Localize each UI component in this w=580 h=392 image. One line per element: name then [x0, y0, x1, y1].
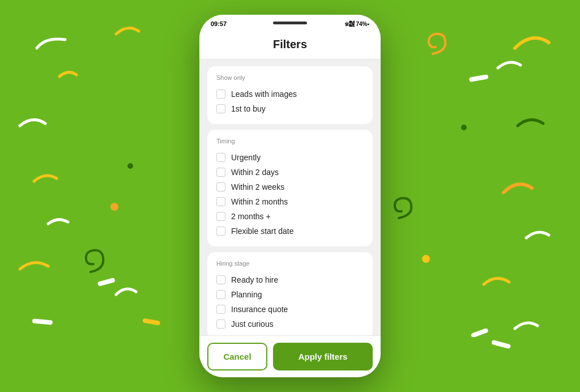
svg-rect-1 [142, 318, 160, 325]
hiring-stage-label: Hiring stage [216, 260, 364, 267]
page-title: Filters [208, 38, 372, 51]
cancel-button[interactable]: Cancel [207, 343, 267, 370]
bottom-buttons: Cancel Apply filters [199, 335, 381, 377]
svg-rect-0 [97, 278, 116, 286]
flexible-start-date-checkbox[interactable] [216, 227, 225, 236]
timing-label: Timing [216, 138, 364, 144]
show-only-card: Show only Leads with images 1st to buy [207, 66, 373, 124]
within-2-days-label: Within 2 days [231, 168, 279, 177]
phone-shell: 09:57 ※㍿ 74%▪ Filters Show only Leads wi… [199, 15, 381, 377]
hiring-stage-card: Hiring stage Ready to hire Planning Insu… [207, 252, 373, 335]
svg-rect-3 [32, 318, 53, 325]
status-time: 09:57 [211, 20, 227, 27]
1st-to-buy-row[interactable]: 1st to buy [216, 101, 364, 116]
leads-with-images-row[interactable]: Leads with images [216, 87, 364, 101]
notch [273, 22, 307, 24]
timing-card: Timing Urgently Within 2 days Within 2 w… [207, 130, 373, 246]
just-curious-label: Just curious [231, 319, 274, 329]
apply-filters-button[interactable]: Apply filters [273, 343, 373, 370]
within-2-weeks-label: Within 2 weeks [231, 182, 284, 191]
within-2-months-label: Within 2 months [231, 197, 288, 206]
flexible-start-date-row[interactable]: Flexible start date [216, 224, 364, 238]
svg-rect-2 [471, 329, 489, 337]
urgently-label: Urgently [231, 153, 261, 162]
planning-label: Planning [231, 290, 262, 299]
within-2-days-row[interactable]: Within 2 days [216, 165, 364, 180]
svg-rect-5 [491, 340, 511, 348]
ready-to-hire-row[interactable]: Ready to hire [216, 272, 364, 287]
2-months-plus-row[interactable]: 2 months + [216, 209, 364, 224]
insurance-quote-label: Insurance quote [231, 305, 288, 314]
within-2-months-checkbox[interactable] [216, 197, 225, 206]
screen-header: Filters [199, 30, 381, 59]
status-icons: ※㍿ 74%▪ [344, 21, 369, 27]
status-bar: 09:57 ※㍿ 74%▪ [199, 15, 381, 30]
planning-row[interactable]: Planning [216, 287, 364, 302]
within-2-weeks-row[interactable]: Within 2 weeks [216, 180, 364, 194]
show-only-label: Show only [216, 74, 364, 81]
within-2-months-row[interactable]: Within 2 months [216, 194, 364, 209]
urgently-row[interactable]: Urgently [216, 150, 364, 165]
insurance-quote-row[interactable]: Insurance quote [216, 302, 364, 317]
ready-to-hire-checkbox[interactable] [216, 275, 225, 284]
leads-with-images-label: Leads with images [231, 90, 297, 99]
insurance-quote-checkbox[interactable] [216, 305, 225, 314]
ready-to-hire-label: Ready to hire [231, 275, 278, 284]
scroll-body: Show only Leads with images 1st to buy T… [199, 59, 381, 335]
leads-with-images-checkbox[interactable] [216, 90, 225, 99]
just-curious-row[interactable]: Just curious [216, 317, 364, 331]
svg-rect-4 [469, 74, 489, 82]
within-2-weeks-checkbox[interactable] [216, 182, 225, 191]
2-months-plus-checkbox[interactable] [216, 212, 225, 221]
flexible-start-date-label: Flexible start date [231, 227, 294, 236]
just-curious-checkbox[interactable] [216, 319, 225, 329]
planning-checkbox[interactable] [216, 290, 225, 299]
urgently-checkbox[interactable] [216, 153, 225, 162]
within-2-days-checkbox[interactable] [216, 168, 225, 177]
1st-to-buy-checkbox[interactable] [216, 104, 225, 113]
1st-to-buy-label: 1st to buy [231, 104, 266, 113]
2-months-plus-label: 2 months + [231, 212, 271, 221]
